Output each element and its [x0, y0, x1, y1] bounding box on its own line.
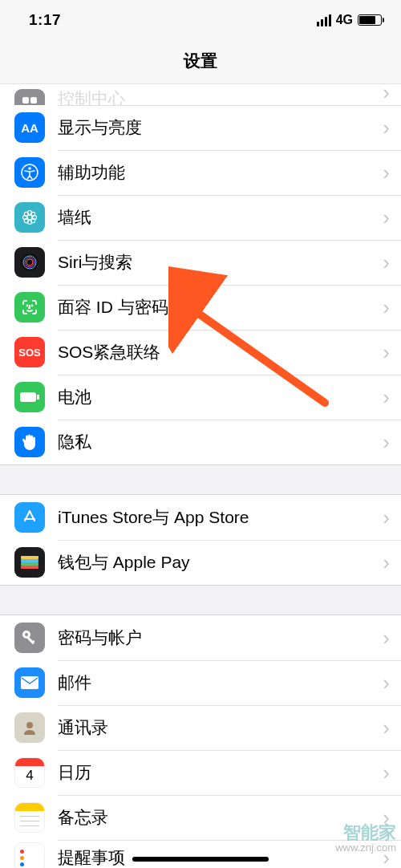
row-label: 钱包与 Apple Pay [58, 551, 376, 574]
battery-settings-icon [14, 382, 45, 412]
appstore-icon [14, 502, 45, 533]
status-time: 1:17 [29, 11, 61, 29]
settings-group-general: 控制中心 › AA 显示与亮度 › 辅助功能 › 墙纸 › Siri与搜索 › … [0, 84, 401, 464]
row-label: 隐私 [58, 431, 376, 453]
svg-point-20 [32, 306, 33, 306]
home-indicator [132, 857, 269, 862]
row-battery[interactable]: 电池 › [0, 375, 401, 420]
row-itunes-appstore[interactable]: iTunes Store与 App Store › [0, 495, 401, 540]
svg-rect-25 [21, 562, 38, 566]
status-bar: 1:17 4G [0, 0, 401, 40]
svg-rect-0 [22, 97, 29, 103]
reminders-icon [14, 842, 45, 868]
row-wallet-applepay[interactable]: 钱包与 Apple Pay › [0, 540, 401, 585]
row-label: 电池 [58, 386, 376, 408]
chevron-right-icon: › [383, 84, 390, 105]
chevron-right-icon: › [383, 761, 390, 785]
notes-icon [14, 802, 45, 833]
chevron-right-icon: › [383, 505, 390, 530]
page-title: 设置 [0, 40, 401, 84]
signal-icon [317, 14, 331, 26]
svg-point-32 [26, 722, 33, 728]
sos-icon: SOS [14, 337, 45, 367]
svg-rect-23 [21, 556, 38, 559]
row-label: 密码与帐户 [58, 627, 376, 649]
chevron-right-icon: › [383, 250, 390, 275]
row-accessibility[interactable]: 辅助功能 › [0, 150, 401, 195]
mail-icon [14, 667, 45, 698]
display-icon: AA [14, 112, 45, 143]
row-display-brightness[interactable]: AA 显示与亮度 › [0, 105, 401, 150]
svg-rect-24 [21, 559, 38, 562]
siri-icon [14, 247, 45, 278]
svg-point-5 [28, 167, 31, 170]
svg-rect-31 [21, 676, 38, 689]
wallet-icon [14, 547, 45, 578]
row-label: SOS紧急联络 [58, 341, 376, 363]
row-emergency-sos[interactable]: SOS SOS紧急联络 › [0, 330, 401, 375]
contacts-icon [14, 712, 45, 743]
row-label: 墙纸 [58, 206, 376, 229]
network-label: 4G [336, 13, 353, 27]
group-separator [0, 464, 401, 495]
chevron-right-icon: › [383, 430, 390, 455]
battery-icon [358, 14, 382, 26]
row-label: 显示与亮度 [58, 116, 376, 139]
row-label: 面容 ID 与密码 [58, 296, 376, 318]
svg-rect-21 [20, 392, 36, 402]
chevron-right-icon: › [383, 340, 390, 365]
row-label: 日历 [58, 761, 376, 784]
watermark: 智能家 www.znj.com [335, 823, 396, 854]
accessibility-icon [14, 157, 45, 188]
chevron-right-icon: › [383, 160, 390, 185]
chevron-right-icon: › [383, 626, 390, 651]
chevron-right-icon: › [383, 295, 390, 320]
chevron-right-icon: › [383, 550, 390, 575]
chevron-right-icon: › [383, 385, 390, 410]
row-label: 控制中心 [58, 87, 376, 105]
row-faceid-passcode[interactable]: 面容 ID 与密码 › [0, 285, 401, 330]
row-label: Siri与搜索 [58, 251, 376, 274]
svg-point-19 [27, 306, 28, 306]
row-wallpaper[interactable]: 墙纸 › [0, 195, 401, 240]
row-label: 邮件 [58, 671, 376, 694]
svg-point-28 [25, 633, 28, 636]
faceid-icon [14, 292, 45, 322]
row-label: iTunes Store与 App Store [58, 506, 376, 529]
chevron-right-icon: › [383, 116, 390, 140]
privacy-hand-icon [14, 427, 45, 457]
row-passwords-accounts[interactable]: 密码与帐户 › [0, 615, 401, 660]
svg-rect-1 [30, 97, 37, 103]
status-right: 4G [317, 13, 382, 27]
row-label: 通讯录 [58, 716, 376, 739]
row-calendar[interactable]: 4 日历 › [0, 750, 401, 795]
row-contacts[interactable]: 通讯录 › [0, 705, 401, 750]
row-control-center[interactable]: 控制中心 › [0, 84, 401, 105]
key-icon [14, 623, 45, 653]
chevron-right-icon: › [383, 671, 390, 696]
svg-rect-22 [37, 395, 39, 400]
chevron-right-icon: › [383, 205, 390, 230]
settings-group-store: iTunes Store与 App Store › 钱包与 Apple Pay … [0, 495, 401, 585]
row-label: 备忘录 [58, 806, 376, 829]
row-label: 辅助功能 [58, 161, 376, 184]
row-siri-search[interactable]: Siri与搜索 › [0, 240, 401, 285]
svg-rect-26 [21, 566, 38, 569]
calendar-icon: 4 [14, 757, 45, 788]
control-center-icon [14, 89, 45, 105]
group-separator [0, 585, 401, 615]
row-mail[interactable]: 邮件 › [0, 660, 401, 705]
chevron-right-icon: › [383, 716, 390, 740]
row-privacy[interactable]: 隐私 › [0, 420, 401, 464]
wallpaper-icon [14, 202, 45, 233]
